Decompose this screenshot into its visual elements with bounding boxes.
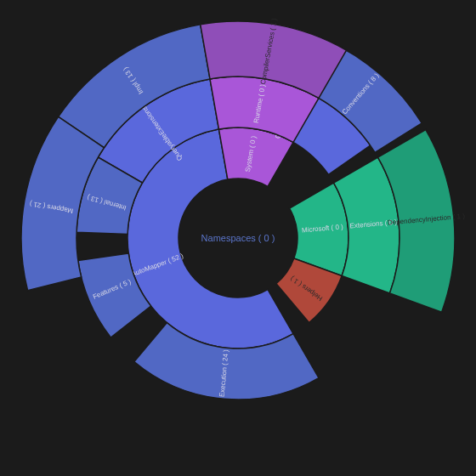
sunburst-chart: AutoMapper ( 52 )System ( 0 )Microsoft (… xyxy=(0,0,476,476)
center-label: Namespaces ( 0 ) xyxy=(201,233,275,243)
